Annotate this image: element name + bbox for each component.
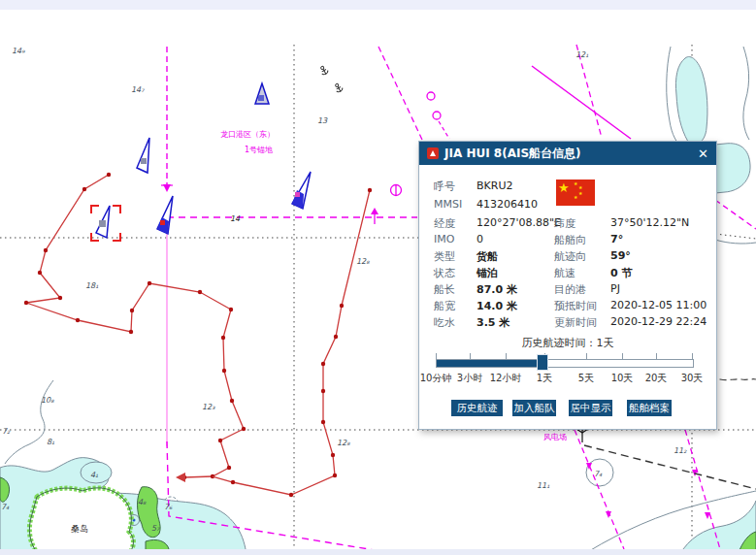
info-row: 船宽 14.0 米 预抵时间 2020-12-05 11:00 bbox=[419, 299, 716, 312]
field-value: 货船 bbox=[477, 249, 498, 264]
field-value: 2020-12-05 11:00 bbox=[610, 299, 707, 311]
flag-star: ★ bbox=[578, 191, 582, 196]
distance-label: 14 bbox=[230, 214, 241, 223]
field-value: PJ bbox=[610, 282, 620, 295]
slider-label: 30天 bbox=[671, 372, 713, 385]
field-value: 锚泊 bbox=[477, 266, 498, 280]
field-label: 经度 bbox=[434, 216, 455, 231]
field-label: 预抵时间 bbox=[554, 299, 597, 313]
ais-ship-target[interactable] bbox=[137, 138, 149, 173]
depth-label: 13 bbox=[317, 116, 328, 125]
depth-label: 12₁ bbox=[575, 50, 588, 59]
info-row: IMO 0 船艏向 7° bbox=[419, 233, 716, 246]
field-label: 船宽 bbox=[434, 299, 455, 313]
field-label: 类型 bbox=[434, 249, 455, 264]
anchorage-icons bbox=[319, 65, 344, 93]
field-label: 呼号 bbox=[434, 180, 455, 194]
ship-profile-button[interactable]: 船舶档案 bbox=[627, 400, 672, 416]
field-value: 59° bbox=[610, 249, 631, 262]
ais-ship-target[interactable] bbox=[255, 83, 269, 104]
depth-label: 7₆ bbox=[164, 503, 173, 511]
ais-ship-target-selected[interactable] bbox=[91, 206, 120, 241]
field-label: 纬度 bbox=[554, 216, 575, 231]
field-value: 7° bbox=[610, 233, 623, 245]
depth-label: 8₁ bbox=[47, 438, 54, 446]
panel-header[interactable]: JIA HUI 8(AIS船台信息) ✕ bbox=[419, 142, 716, 165]
depth-label: 11₁ bbox=[537, 481, 549, 490]
track-end-arrow bbox=[176, 473, 185, 482]
flag-star: ★ bbox=[574, 181, 577, 186]
info-row: 经度 120°27'08.88"E 纬度 37°50'12.12"N bbox=[419, 216, 716, 230]
info-row: 船长 87.0 米 目的港 PJ bbox=[419, 282, 716, 296]
anchorage-label: 1号锚地 bbox=[245, 146, 273, 154]
field-label: 更新时间 bbox=[554, 315, 597, 330]
field-label: IMO bbox=[434, 233, 454, 245]
field-label: 航速 bbox=[554, 266, 575, 280]
depth-label: 4₁ bbox=[90, 471, 98, 479]
field-label: 目的港 bbox=[554, 282, 586, 297]
ais-ship-target[interactable] bbox=[157, 196, 173, 234]
field-value: 14.0 米 bbox=[477, 299, 517, 313]
slider-label: 1天 bbox=[523, 372, 566, 385]
history-track-button[interactable]: 历史航迹 bbox=[451, 400, 503, 416]
ais-info-panel: JIA HUI 8(AIS船台信息) ✕ 呼号 BKRU2 MMSI 41320… bbox=[418, 141, 717, 430]
history-duration-title: 历史航迹时间：1天 bbox=[419, 336, 716, 350]
info-row: 类型 货船 航迹向 59° bbox=[419, 249, 716, 263]
flag-star: ★ bbox=[574, 195, 577, 200]
join-fleet-button[interactable]: 加入船队 bbox=[512, 400, 556, 416]
ais-ship-target[interactable] bbox=[292, 172, 311, 209]
depth-label: 7₄ bbox=[594, 470, 603, 478]
land-islands bbox=[0, 477, 756, 555]
field-label: 航迹向 bbox=[554, 249, 586, 264]
bottom-window-strip bbox=[0, 549, 756, 555]
field-label: 船艏向 bbox=[554, 233, 586, 247]
ship-history-track bbox=[26, 175, 370, 495]
slider-handle[interactable] bbox=[537, 354, 548, 371]
flag-star: ★ bbox=[558, 181, 570, 194]
depth-label: 7₂ bbox=[2, 427, 11, 436]
depth-label: 4₈ bbox=[138, 498, 147, 506]
depth-label: 7₄ bbox=[1, 503, 10, 511]
close-icon[interactable]: ✕ bbox=[698, 147, 708, 160]
panel-title: JIA HUI 8(AIS船台信息) bbox=[444, 146, 581, 162]
depth-label: 14₇ bbox=[131, 85, 145, 94]
field-value: 120°27'08.88"E bbox=[477, 216, 561, 229]
depth-label: 5₇ bbox=[151, 524, 160, 533]
depth-label: 12₈ bbox=[356, 257, 370, 266]
depth-label: 11₂ bbox=[674, 446, 687, 455]
port-area-label: 龙口港区（东） bbox=[220, 130, 275, 139]
china-flag: ★ ★ ★ ★ ★ bbox=[556, 180, 595, 206]
depth-label: 12₃ bbox=[202, 403, 215, 411]
field-label: 船长 bbox=[434, 282, 455, 297]
field-label: 状态 bbox=[434, 266, 455, 280]
depth-label: 12₈ bbox=[337, 439, 350, 447]
slider-label: 12小时 bbox=[484, 372, 527, 385]
field-value: 37°50'12.12"N bbox=[610, 216, 689, 229]
history-duration-slider[interactable] bbox=[436, 359, 694, 368]
ais-map-app: { "panel": { "title": "JIA HUI 8(AIS船台信息… bbox=[0, 0, 756, 555]
slider-fill bbox=[437, 360, 543, 367]
info-row: 吃水 3.5 米 更新时间 2020-12-29 22:24 bbox=[419, 315, 716, 329]
depth-label: 14₉ bbox=[12, 47, 25, 55]
field-label: 吃水 bbox=[434, 315, 455, 330]
field-value: 413206410 bbox=[477, 198, 538, 211]
depth-label: 18₁ bbox=[85, 281, 98, 290]
ship-icon bbox=[427, 147, 439, 159]
windfarm-label: 风电场 bbox=[543, 433, 567, 441]
info-row: 状态 锚泊 航速 0 节 bbox=[419, 266, 716, 279]
field-value: BKRU2 bbox=[477, 180, 512, 192]
field-label: MMSI bbox=[434, 198, 462, 211]
field-value: 87.0 米 bbox=[477, 282, 517, 297]
island-label: 桑岛 bbox=[71, 524, 88, 534]
center-display-button[interactable]: 居中显示 bbox=[569, 400, 612, 416]
depth-label: 10₈ bbox=[41, 396, 54, 405]
field-value: 2020-12-29 22:24 bbox=[610, 315, 707, 328]
field-value: 0 节 bbox=[610, 266, 632, 280]
field-value: 3.5 米 bbox=[477, 315, 509, 330]
field-value: 0 bbox=[477, 233, 483, 245]
